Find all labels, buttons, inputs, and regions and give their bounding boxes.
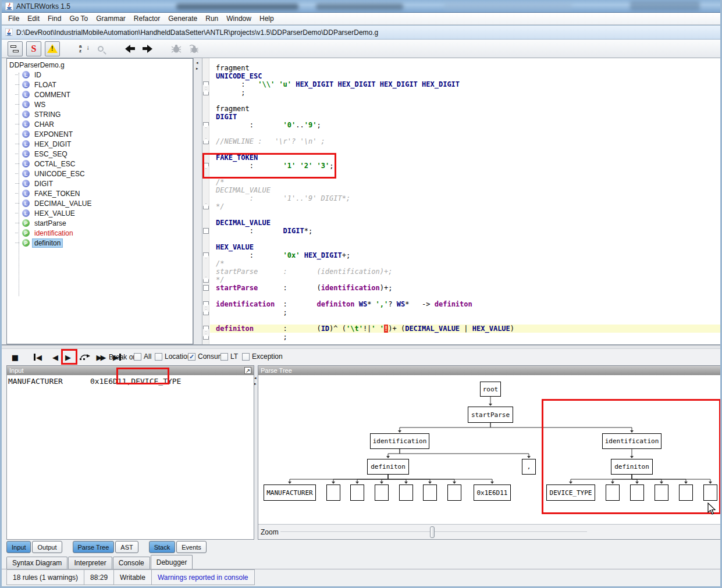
menu-generate[interactable]: Generate xyxy=(164,13,201,24)
code-line[interactable]: : '1'..'9' DIGIT*; xyxy=(210,194,720,202)
breakpoint-marker[interactable] xyxy=(203,228,209,234)
checkbox-location[interactable] xyxy=(155,353,162,361)
collapse-right-icon[interactable]: ▸ xyxy=(196,66,198,70)
tree-node-definiton[interactable]: definiton xyxy=(367,459,409,475)
code-line[interactable]: DIGIT xyxy=(210,113,720,121)
tree-editor-splitter[interactable]: ◂ ▸ xyxy=(193,58,202,344)
fast-forward-button[interactable]: ▶▶ xyxy=(94,351,109,364)
code-line[interactable]: HEX_VALUE xyxy=(210,243,720,251)
rule-item-DECIMAL_VALUE[interactable]: LDECIMAL_VALUE xyxy=(15,198,193,208)
breakpoint-marker[interactable] xyxy=(203,277,209,283)
code-line[interactable] xyxy=(210,170,720,178)
tab-output[interactable]: Output xyxy=(32,541,62,553)
warnings-button[interactable] xyxy=(45,41,60,56)
breakpoint-marker[interactable] xyxy=(203,90,209,95)
tab-events[interactable]: Events xyxy=(176,541,207,553)
menu-refactor[interactable]: Refactor xyxy=(130,13,164,24)
rule-item-CHAR[interactable]: LCHAR xyxy=(15,119,193,129)
breakpoint-marker[interactable] xyxy=(203,334,209,340)
rule-item-FLOAT[interactable]: LFLOAT xyxy=(15,80,193,90)
detach-panel-icon[interactable]: ↗ xyxy=(244,367,251,374)
tree-node-empty[interactable] xyxy=(679,484,693,501)
breakpoint-marker[interactable] xyxy=(203,326,209,332)
tree-node-empty[interactable] xyxy=(703,484,717,501)
code-line[interactable] xyxy=(210,145,720,154)
rule-item-definiton[interactable]: Pdefiniton xyxy=(15,238,193,248)
code-line[interactable]: //NEWLINE : '\r'? '\n' ; xyxy=(210,137,720,145)
code-line[interactable]: DECIMAL_VALUE xyxy=(210,219,720,227)
view-tab-interpreter[interactable]: Interpreter xyxy=(68,557,112,569)
tree-node-empty[interactable] xyxy=(655,484,668,501)
tab-stack[interactable]: Stack xyxy=(149,541,176,553)
tree-node-DEVICE_TYPE[interactable]: DEVICE_TYPE xyxy=(546,484,595,501)
breakpoint-marker[interactable] xyxy=(203,309,209,315)
debug-button[interactable] xyxy=(169,42,183,56)
code-line[interactable]: */ xyxy=(210,202,720,211)
menu-grammar[interactable]: Grammar xyxy=(92,13,130,24)
tree-node-empty[interactable] xyxy=(326,484,340,501)
tree-node-empty[interactable] xyxy=(606,484,620,501)
tree-node-empty[interactable] xyxy=(375,484,389,501)
tree-node-root[interactable]: root xyxy=(480,382,501,397)
collapse-left-icon[interactable]: ◂ xyxy=(196,60,198,65)
tree-node-empty[interactable] xyxy=(399,484,413,501)
rule-item-EXPONENT[interactable]: LEXPONENT xyxy=(15,129,193,139)
breakpoint-marker[interactable] xyxy=(203,163,209,169)
code-line[interactable]: : '\\' 'u' HEX_DIGIT HEX_DIGIT HEX_DIGIT… xyxy=(210,80,720,88)
code-line[interactable]: : '0x' HEX_DIGIT+; xyxy=(210,251,720,259)
rule-item-WS[interactable]: LWS xyxy=(15,99,193,109)
tree-node-identification[interactable]: identification xyxy=(602,433,661,449)
tab-ast[interactable]: AST xyxy=(115,541,138,553)
syntax-diagram-button[interactable] xyxy=(8,41,23,56)
go-to-start-button[interactable]: ◀ xyxy=(32,351,44,364)
code-line[interactable]: FAKE_TOKEN xyxy=(210,154,720,162)
rule-item-HEX_VALUE[interactable]: LHEX_VALUE xyxy=(15,208,193,218)
step-forward-button[interactable]: ▶ xyxy=(63,351,73,364)
code-line[interactable]: fragment xyxy=(210,64,720,72)
checkbox-lt[interactable] xyxy=(220,353,228,361)
collapse-left-icon[interactable]: ◂ xyxy=(254,376,257,380)
breakpoint-marker[interactable] xyxy=(203,204,209,209)
back-button[interactable] xyxy=(123,42,137,56)
code-line[interactable]: UNICODE_ESC xyxy=(210,72,720,80)
breakpoint-marker[interactable] xyxy=(203,138,209,144)
grammar-editor[interactable]: fragmentUNICODE_ESC : '\\' 'u' HEX_DIGIT… xyxy=(202,58,721,344)
breakpoint-marker[interactable] xyxy=(203,301,209,307)
forward-button[interactable] xyxy=(140,42,154,56)
tab-input[interactable]: Input xyxy=(6,541,31,553)
tree-node-MANUFACTURER[interactable]: MANUFACTURER xyxy=(264,484,316,501)
find-button[interactable] xyxy=(94,42,108,56)
code-line[interactable] xyxy=(210,97,720,105)
breakpoint-marker[interactable] xyxy=(203,122,209,128)
show-rules-button[interactable]: S xyxy=(26,41,41,56)
tree-node-empty[interactable] xyxy=(423,484,437,501)
menu-find[interactable]: Find xyxy=(44,13,65,24)
code-line[interactable] xyxy=(210,316,720,325)
code-line[interactable]: /* xyxy=(210,178,720,186)
view-tab-syntax-diagram[interactable]: Syntax Diagram xyxy=(6,557,67,569)
step-backward-button[interactable]: ◀ xyxy=(51,351,60,364)
code-line[interactable]: */ xyxy=(210,276,720,284)
tree-node-empty[interactable] xyxy=(350,484,364,501)
menu-help[interactable]: Help xyxy=(255,13,278,24)
menu-window[interactable]: Window xyxy=(222,13,255,24)
tab-parse-tree[interactable]: Parse Tree xyxy=(73,541,115,553)
tree-node-empty[interactable] xyxy=(447,484,461,501)
collapse-right-icon[interactable]: ▸ xyxy=(254,382,257,386)
breakpoint-marker[interactable] xyxy=(203,81,209,87)
rule-item-DIGIT[interactable]: LDIGIT xyxy=(15,179,193,188)
code-line[interactable]: /* xyxy=(210,259,720,268)
code-line[interactable]: identification : definiton WS* ','? WS* … xyxy=(210,300,720,308)
tree-node-0x1E6D11[interactable]: 0x1E6D11 xyxy=(474,484,511,501)
checkbox-consume[interactable]: ✓ xyxy=(188,353,195,361)
tree-node-definiton[interactable]: definiton xyxy=(611,459,653,475)
rule-item-STRING[interactable]: LSTRING xyxy=(15,109,193,119)
checkbox-exception[interactable] xyxy=(242,353,250,361)
breakpoint-marker[interactable] xyxy=(203,285,209,291)
rule-item-ESC_SEQ[interactable]: LESC_SEQ xyxy=(15,149,193,159)
code-line[interactable] xyxy=(210,211,720,219)
editor-code[interactable]: fragmentUNICODE_ESC : '\\' 'u' HEX_DIGIT… xyxy=(210,58,720,344)
rule-item-OCTAL_ESC[interactable]: LOCTAL_ESC xyxy=(15,159,193,169)
code-line[interactable]: ; xyxy=(210,308,720,316)
menu-run[interactable]: Run xyxy=(201,13,222,24)
